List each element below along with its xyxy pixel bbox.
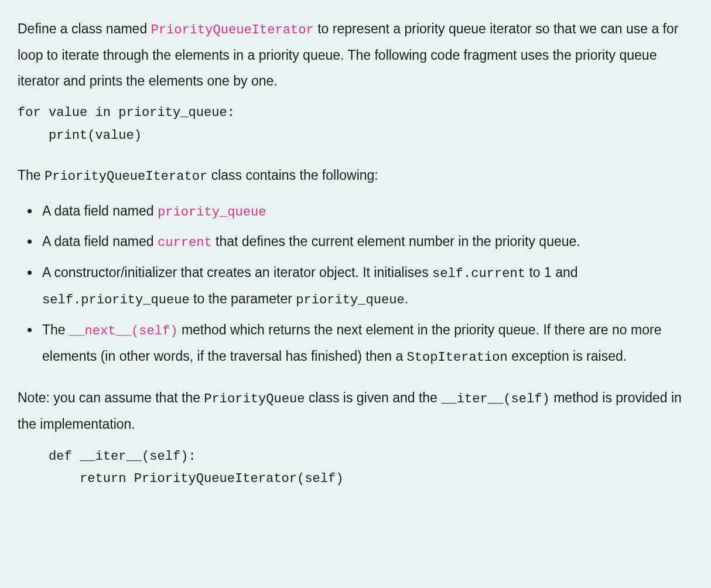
- text: to the parameter: [190, 291, 296, 306]
- intro-paragraph: Define a class named PriorityQueueIterat…: [18, 16, 693, 94]
- code-inline: priority_queue: [296, 293, 405, 307]
- text: Note: you can assume that the: [18, 390, 204, 405]
- code-example-1: for value in priority_queue: print(value…: [18, 102, 693, 147]
- class-name-highlight: PriorityQueueIterator: [151, 23, 314, 37]
- method-name-highlight: __next__(self): [69, 324, 178, 339]
- code-inline: StopIteration: [407, 350, 508, 365]
- code-inline: self.current: [432, 266, 525, 281]
- note-paragraph: Note: you can assume that the PriorityQu…: [18, 385, 693, 437]
- text: The: [42, 322, 69, 337]
- class-contents-intro: The PriorityQueueIterator class contains…: [18, 163, 693, 189]
- code-inline: PriorityQueue: [204, 392, 305, 406]
- text: Define a class named: [18, 21, 151, 36]
- text: A constructor/initializer that creates a…: [42, 265, 432, 280]
- text: that defines the current element number …: [212, 234, 580, 249]
- code-inline: self.priority_queue: [42, 293, 190, 307]
- class-name-inline: PriorityQueueIterator: [45, 169, 207, 184]
- requirements-list: A data field named priority_queue A data…: [18, 199, 693, 371]
- text: A data field named: [42, 203, 158, 218]
- text: class is given and the: [305, 390, 442, 405]
- text: exception is raised.: [508, 348, 627, 364]
- text: The: [18, 167, 45, 183]
- field-name-highlight: priority_queue: [158, 205, 266, 220]
- list-item: A data field named priority_queue: [40, 199, 693, 225]
- list-item: A data field named current that defines …: [40, 229, 693, 255]
- text: A data field named: [42, 234, 158, 249]
- text: .: [405, 291, 408, 306]
- list-item: A constructor/initializer that creates a…: [40, 260, 693, 313]
- code-example-2: def __iter__(self): return PriorityQueue…: [18, 446, 693, 491]
- list-item: The __next__(self) method which returns …: [40, 317, 693, 370]
- field-name-highlight: current: [158, 235, 212, 250]
- text: class contains the following:: [207, 167, 378, 183]
- code-inline: __iter__(self): [441, 392, 550, 406]
- text: to 1 and: [525, 265, 578, 280]
